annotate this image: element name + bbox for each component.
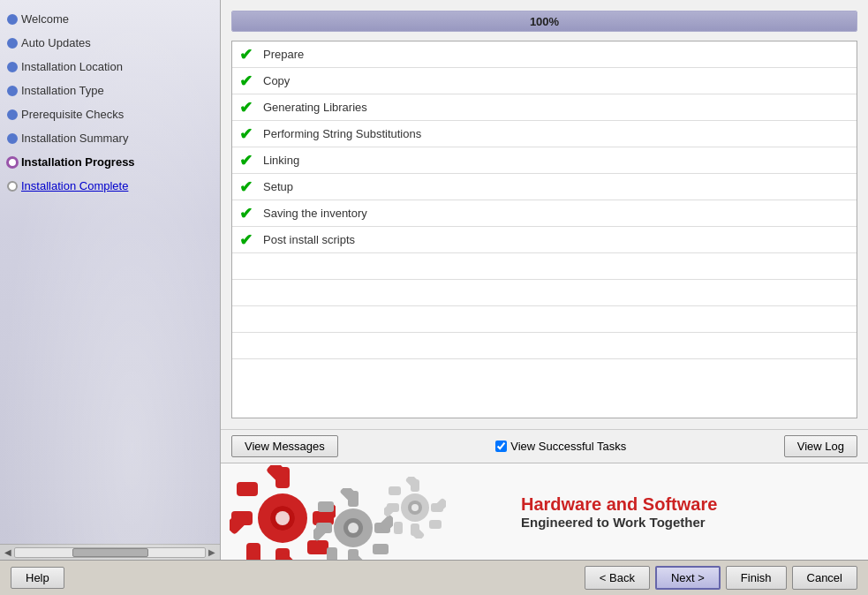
content-area: 100% ✔Prepare✔Copy✔Generating Libraries✔… (221, 0, 868, 560)
svg-rect-35 (429, 520, 442, 529)
sidebar-item-auto-updates: Auto Updates (0, 31, 220, 55)
sidebar-label-installation-complete: Installation Complete (21, 179, 128, 192)
sidebar-dot-installation-summary (7, 133, 18, 144)
check-icon-saving-inventory: ✔ (239, 204, 253, 223)
footer-right-buttons: < Back Next > Finish Cancel (585, 566, 857, 590)
svg-point-14 (275, 511, 290, 525)
task-label-setup: Setup (263, 180, 293, 193)
task-label-performing-string-substitutions: Performing String Substitutions (263, 127, 421, 140)
sidebar-dot-auto-updates (7, 38, 18, 49)
check-icon-post-install-scripts: ✔ (239, 230, 253, 250)
task-row-empty1 (232, 253, 857, 280)
task-row-empty3 (232, 306, 857, 333)
view-successful-tasks-label: View Successful Tasks (495, 440, 626, 453)
check-icon-prepare: ✔ (239, 45, 253, 64)
view-messages-button[interactable]: View Messages (231, 435, 338, 457)
check-icon-performing-string-substitutions: ✔ (239, 124, 253, 144)
sidebar-item-installation-progress: Installation Progress (0, 150, 220, 174)
footer: Help < Back Next > Finish Cancel (0, 560, 868, 595)
tasks-table: ✔Prepare✔Copy✔Generating Libraries✔Perfo… (231, 41, 857, 418)
task-label-copy: Copy (263, 74, 290, 87)
sidebar-label-installation-location: Installation Location (21, 60, 123, 73)
check-icon-linking: ✔ (239, 151, 253, 170)
svg-rect-37 (394, 522, 403, 534)
gear-container (221, 463, 503, 561)
task-row-empty2 (232, 280, 857, 306)
sidebar-dot-installation-progress (7, 157, 18, 168)
svg-rect-39 (389, 486, 401, 495)
progress-bar-text: 100% (530, 15, 559, 28)
sidebar-item-installation-complete[interactable]: Installation Complete (0, 174, 220, 198)
view-successful-tasks-checkbox[interactable] (495, 441, 507, 452)
svg-rect-25 (318, 501, 334, 512)
check-icon-copy: ✔ (239, 72, 253, 91)
svg-point-28 (348, 523, 359, 533)
task-row-prepare: ✔Prepare (232, 41, 857, 68)
sidebar-dot-installation-location (7, 62, 18, 72)
scrollbar-thumb[interactable] (72, 548, 148, 557)
svg-rect-11 (237, 482, 258, 496)
task-row-setup: ✔Setup (232, 174, 857, 200)
cancel-button[interactable]: Cancel (792, 566, 857, 590)
task-row-generating-libraries: ✔Generating Libraries (232, 94, 857, 121)
scroll-left-arrow[interactable]: ◀ (2, 547, 14, 557)
sidebar-item-installation-summary: Installation Summary (0, 126, 220, 150)
task-label-prepare: Prepare (263, 48, 304, 61)
task-row-performing-string-substitutions: ✔Performing String Substitutions (232, 121, 857, 147)
task-row-empty4 (232, 333, 857, 359)
banner-subtitle: Engineered to Work Together (521, 515, 868, 530)
content-main: 100% ✔Prepare✔Copy✔Generating Libraries✔… (221, 0, 868, 429)
next-button[interactable]: Next > (655, 566, 721, 590)
task-row-post-install-scripts: ✔Post install scripts (232, 227, 857, 253)
sidebar-item-installation-type: Installation Type (0, 79, 220, 102)
sidebar-label-prerequisite-checks: Prerequisite Checks (21, 108, 124, 121)
task-label-generating-libraries: Generating Libraries (263, 101, 367, 114)
sidebar-label-welcome: Welcome (21, 12, 69, 26)
sidebar-dot-installation-complete (7, 181, 18, 192)
progress-bar-container: 100% (231, 11, 857, 32)
sidebar-scrollbar[interactable]: ◀ ▶ (0, 544, 220, 560)
check-icon-generating-libraries: ✔ (239, 98, 253, 117)
sidebar-item-installation-location: Installation Location (0, 55, 220, 79)
banner: Hardware and Software Engineered to Work… (221, 463, 868, 560)
check-icon-setup: ✔ (239, 177, 253, 197)
sidebar-dot-installation-type (7, 86, 18, 96)
svg-rect-21 (373, 544, 389, 554)
task-row-copy: ✔Copy (232, 68, 857, 94)
task-label-saving-inventory: Saving the inventory (263, 207, 367, 220)
task-label-linking: Linking (263, 154, 299, 167)
svg-point-42 (411, 504, 419, 511)
gray-gear-small-icon (384, 477, 446, 539)
banner-title: Hardware and Software (521, 494, 868, 515)
sidebar-dot-welcome (7, 14, 18, 25)
sidebar-label-installation-progress: Installation Progress (21, 155, 135, 169)
banner-text: Hardware and Software Engineered to Work… (503, 494, 868, 530)
bottom-bar: View Messages View Successful Tasks View… (221, 429, 868, 463)
sidebar-label-installation-type: Installation Type (21, 84, 104, 97)
sidebar-label-installation-summary: Installation Summary (21, 132, 128, 145)
task-row-linking: ✔Linking (232, 147, 857, 174)
task-label-post-install-scripts: Post install scripts (263, 233, 355, 246)
main-window: WelcomeAuto UpdatesInstallation Location… (0, 0, 868, 560)
sidebar-dot-prerequisite-checks (7, 109, 18, 120)
task-row-empty5 (232, 359, 857, 386)
scrollbar-track[interactable] (14, 547, 206, 558)
svg-rect-23 (327, 547, 337, 561)
finish-button[interactable]: Finish (726, 566, 787, 590)
task-row-saving-inventory: ✔Saving the inventory (232, 200, 857, 227)
sidebar-item-welcome: Welcome (0, 7, 220, 31)
view-log-button[interactable]: View Log (784, 435, 857, 457)
scroll-right-arrow[interactable]: ▶ (206, 547, 218, 557)
sidebar-item-prerequisite-checks: Prerequisite Checks (0, 102, 220, 126)
back-button[interactable]: < Back (585, 566, 650, 590)
view-successful-tasks-text: View Successful Tasks (510, 440, 626, 453)
svg-rect-9 (246, 543, 260, 561)
sidebar-label-auto-updates: Auto Updates (21, 36, 91, 49)
help-button[interactable]: Help (11, 567, 64, 589)
sidebar: WelcomeAuto UpdatesInstallation Location… (0, 0, 221, 560)
gray-gear-medium-icon (313, 488, 393, 561)
